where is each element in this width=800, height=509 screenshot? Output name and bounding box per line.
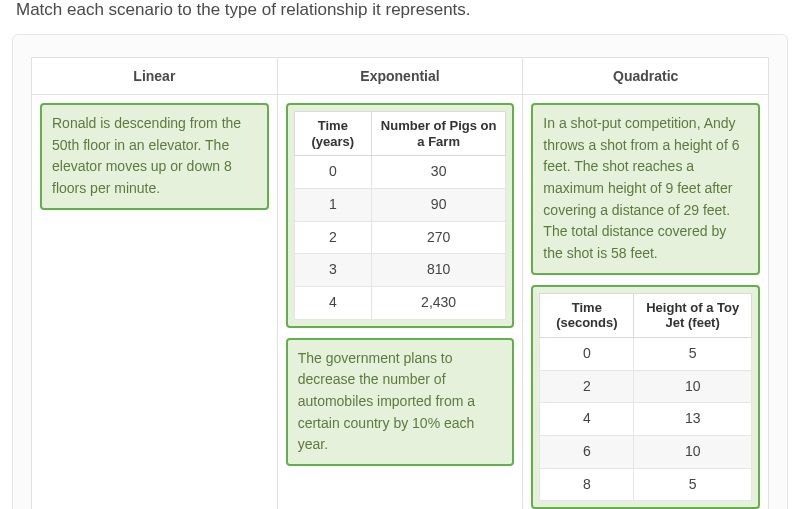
card-exp-pigs-table[interactable]: Time (years) Number of Pigs on a Farm 03… [286,103,515,328]
cell: 10 [634,436,752,469]
pigs-table: Time (years) Number of Pigs on a Farm 03… [294,111,507,320]
pigs-table-h1: Time (years) [294,112,371,156]
column-body-quadratic: In a shot-put competition, Andy throws a… [523,95,768,509]
column-exponential[interactable]: Exponential Time (years) Number of Pigs … [278,58,524,509]
cell: 3 [294,254,371,287]
toyjet-table-h2: Height of a Toy Jet (feet) [634,293,752,337]
cell: 2 [540,370,634,403]
table-row: 610 [540,436,752,469]
cell: 6 [540,436,634,469]
card-exp-automobiles[interactable]: The government plans to decrease the num… [286,338,515,466]
cell: 4 [294,286,371,319]
page: Match each scenario to the type of relat… [0,0,800,509]
cell: 2,430 [371,286,505,319]
cell: 13 [634,403,752,436]
table-row: 030 [294,156,506,189]
toyjet-table: Time (seconds) Height of a Toy Jet (feet… [539,293,752,502]
card-linear-scenario[interactable]: Ronald is descending from the 50th floor… [40,103,269,210]
table-row: 85 [540,468,752,501]
table-row: 42,430 [294,286,506,319]
cell: 1 [294,188,371,221]
cell: 8 [540,468,634,501]
cell: 5 [634,338,752,371]
table-row: 190 [294,188,506,221]
cell: 5 [634,468,752,501]
question-prompt: Match each scenario to the type of relat… [16,0,788,20]
column-quadratic[interactable]: Quadratic In a shot-put competition, And… [523,58,768,509]
cell: 10 [634,370,752,403]
table-row: 210 [540,370,752,403]
cell: 0 [294,156,371,189]
cell: 90 [371,188,505,221]
pigs-table-h2: Number of Pigs on a Farm [371,112,505,156]
table-row: 413 [540,403,752,436]
cell: 270 [371,221,505,254]
column-header-exponential: Exponential [278,58,523,95]
column-body-exponential: Time (years) Number of Pigs on a Farm 03… [278,95,523,474]
card-quad-shotput[interactable]: In a shot-put competition, Andy throws a… [531,103,760,275]
category-columns: Linear Ronald is descending from the 50t… [31,57,769,509]
cell: 2 [294,221,371,254]
cell: 810 [371,254,505,287]
cell: 30 [371,156,505,189]
column-header-linear: Linear [32,58,277,95]
column-linear[interactable]: Linear Ronald is descending from the 50t… [32,58,278,509]
toyjet-table-h1: Time (seconds) [540,293,634,337]
table-row: 2270 [294,221,506,254]
cell: 0 [540,338,634,371]
card-quad-toyjet-table[interactable]: Time (seconds) Height of a Toy Jet (feet… [531,285,760,509]
column-header-quadratic: Quadratic [523,58,768,95]
drop-zone-panel: Linear Ronald is descending from the 50t… [12,34,788,509]
cell: 4 [540,403,634,436]
column-body-linear: Ronald is descending from the 50th floor… [32,95,277,218]
table-row: 05 [540,338,752,371]
table-row: 3810 [294,254,506,287]
